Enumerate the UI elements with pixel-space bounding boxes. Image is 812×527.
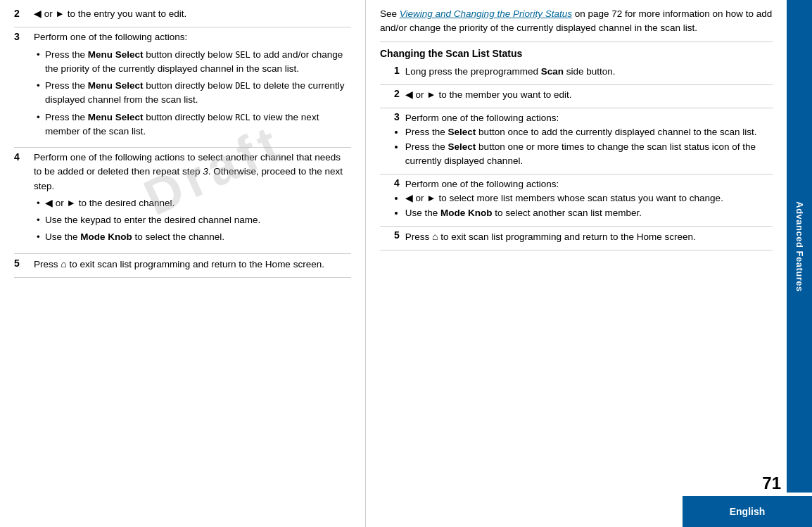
sub-step-2-content: ◀ or ► to the member you want to edit. bbox=[405, 88, 773, 102]
right-intro: See Viewing and Changing the Priority St… bbox=[380, 7, 773, 42]
sub-step-4: 4 Perform one of the following actions: … bbox=[380, 177, 773, 227]
page-container: Draft 2 ◀ or ► to the entry you want to … bbox=[0, 0, 812, 527]
step-3-bullet-1: Press the Menu Select button directly be… bbox=[34, 48, 351, 77]
sub-step-2-arrow-right: ► bbox=[426, 89, 436, 100]
bottom-bar: English bbox=[683, 496, 812, 527]
step-4-number: 4 bbox=[14, 151, 28, 248]
sub-step-3-intro: Perform one of the following actions: bbox=[405, 111, 773, 125]
sub-step-3-content: Perform one of the following actions: Pr… bbox=[405, 111, 773, 168]
step-4: 4 Perform one of the following actions t… bbox=[14, 151, 351, 254]
step-4-intro: Perform one of the following actions to … bbox=[34, 151, 351, 193]
priority-status-link[interactable]: Viewing and Changing the Priority Status bbox=[400, 8, 572, 19]
step-2-content: ◀ or ► to the entry you want to edit. bbox=[34, 7, 351, 21]
sub-step-4-intro: Perform one of the following actions: bbox=[405, 177, 773, 191]
sub-step-3-bullets: Press the Select button once to add the … bbox=[405, 125, 773, 168]
sidebar-label: Advanced Features bbox=[794, 201, 805, 291]
sub-step-5: 5 Press ⌂ to exit scan list programming … bbox=[380, 229, 773, 250]
step-4-arrow-left: ◀ bbox=[45, 198, 53, 208]
step-4-content: Perform one of the following actions to … bbox=[34, 151, 351, 248]
step-2-number: 2 bbox=[14, 8, 28, 21]
sub-step-2-number: 2 bbox=[380, 88, 400, 102]
sub-step-5-content: Press ⌂ to exit scan list programming an… bbox=[405, 229, 773, 244]
step-3-bullet-2: Press the Menu Select button directly be… bbox=[34, 79, 351, 108]
sub-step-1-number: 1 bbox=[380, 65, 400, 79]
step-4-arrow-right: ► bbox=[67, 198, 76, 208]
sub-step-4-content: Perform one of the following actions: ◀ … bbox=[405, 177, 773, 220]
sub-step-4-arrow-right: ► bbox=[426, 193, 436, 203]
step-3-bullet-3: Press the Menu Select button directly be… bbox=[34, 110, 351, 139]
sub-step-2-arrow-left: ◀ bbox=[405, 89, 413, 100]
sub-step-1: 1 Long press the preprogrammed Scan side… bbox=[380, 65, 773, 85]
step-2-arrow-left: ◀ bbox=[34, 8, 42, 19]
step-3-number: 3 bbox=[14, 31, 28, 141]
step-4-bullet-3: Use the Mode Knob to select the channel. bbox=[34, 230, 351, 244]
section-heading: Changing the Scan List Status bbox=[380, 48, 773, 59]
home-icon-left: ⌂ bbox=[61, 258, 66, 269]
step-3-content: Perform one of the following actions: Pr… bbox=[34, 30, 351, 141]
step-2: 2 ◀ or ► to the entry you want to edit. bbox=[14, 7, 351, 27]
step-3-intro: Perform one of the following actions: bbox=[34, 30, 351, 44]
sub-step-3-bullet-2: Press the Select button one or more time… bbox=[405, 140, 773, 169]
page-number: 71 bbox=[756, 471, 787, 496]
step-4-bullet-2: Use the keypad to enter the desired chan… bbox=[34, 213, 351, 227]
sub-step-4-bullet-2: Use the Mode Knob to select another scan… bbox=[405, 206, 773, 220]
advanced-features-sidebar: Advanced Features bbox=[787, 0, 812, 493]
step-3-bullets: Press the Menu Select button directly be… bbox=[34, 48, 351, 139]
step-5-content: Press ⌂ to exit scan list programming an… bbox=[34, 257, 351, 272]
step-3: 3 Perform one of the following actions: … bbox=[14, 30, 351, 148]
sub-step-5-number: 5 bbox=[380, 229, 400, 244]
sub-step-2: 2 ◀ or ► to the member you want to edit. bbox=[380, 88, 773, 108]
sub-step-3-bullet-1: Press the Select button once to add the … bbox=[405, 125, 773, 139]
sub-step-4-bullet-1: ◀ or ► to select more list members whose… bbox=[405, 191, 773, 205]
main-content: 2 ◀ or ► to the entry you want to edit. … bbox=[0, 0, 787, 527]
left-column: 2 ◀ or ► to the entry you want to edit. … bbox=[0, 0, 366, 527]
sub-step-4-arrow-left: ◀ bbox=[405, 193, 413, 203]
sub-step-1-content: Long press the preprogrammed Scan side b… bbox=[405, 65, 773, 79]
step-4-bullets: ◀ or ► to the desired channel. Use the k… bbox=[34, 196, 351, 245]
bottom-bar-label: English bbox=[730, 506, 766, 517]
step-4-bullet-1: ◀ or ► to the desired channel. bbox=[34, 196, 351, 210]
right-column: See Viewing and Changing the Priority St… bbox=[366, 0, 787, 527]
step-5: 5 Press ⌂ to exit scan list programming … bbox=[14, 257, 351, 278]
home-icon-right: ⌂ bbox=[432, 231, 438, 242]
sub-step-3: 3 Perform one of the following actions: … bbox=[380, 111, 773, 174]
step-2-arrow-right: ► bbox=[56, 8, 65, 19]
sub-step-4-bullets: ◀ or ► to select more list members whose… bbox=[405, 191, 773, 220]
step-5-number: 5 bbox=[14, 258, 28, 272]
